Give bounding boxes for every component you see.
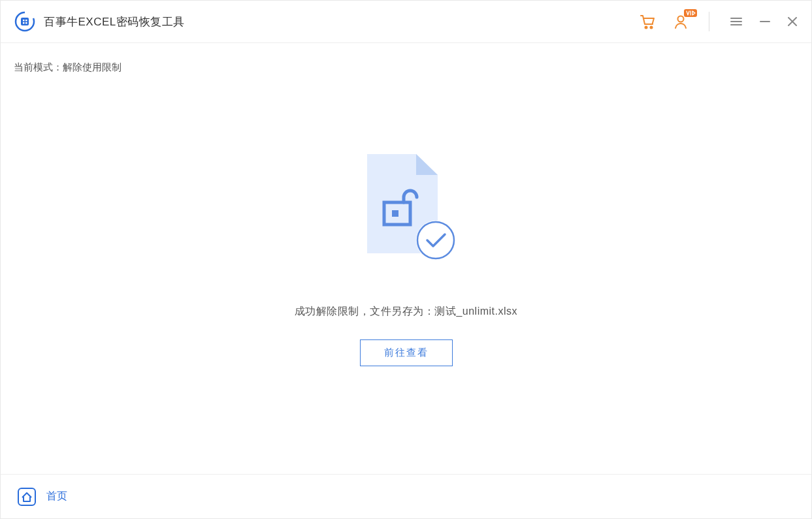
vip-badge-icon [684, 9, 697, 21]
svg-point-18 [416, 221, 455, 260]
title-bar: 百事牛EXCEL密码恢复工具 [1, 1, 811, 43]
minimize-button[interactable] [759, 16, 771, 27]
svg-rect-17 [392, 210, 398, 217]
app-title: 百事牛EXCEL密码恢复工具 [44, 14, 185, 29]
unlocked-document-icon [354, 149, 459, 266]
result-message: 成功解除限制，文件另存为：测试_unlimit.xlsx [295, 305, 517, 319]
main-content: 成功解除限制，文件另存为：测试_unlimit.xlsx 前往查看 [1, 74, 811, 366]
header-divider [709, 12, 709, 31]
home-link[interactable]: 首页 [46, 490, 67, 503]
svg-rect-5 [25, 22, 27, 24]
mode-value: 解除使用限制 [63, 61, 122, 72]
current-mode: 当前模式：解除使用限制 [1, 43, 811, 74]
app-logo-icon [14, 10, 36, 33]
home-icon[interactable] [16, 486, 37, 507]
svg-rect-3 [25, 20, 27, 22]
svg-rect-20 [18, 488, 35, 505]
svg-point-6 [645, 27, 647, 29]
menu-icon[interactable] [729, 14, 743, 29]
header-actions [638, 12, 798, 31]
result-filename: 测试_unlimit.xlsx [434, 306, 517, 317]
logo-area: 百事牛EXCEL密码恢复工具 [14, 10, 185, 33]
svg-rect-1 [21, 18, 29, 25]
svg-point-8 [678, 16, 684, 22]
cart-icon[interactable] [638, 12, 657, 31]
footer-bar: 首页 [1, 474, 811, 518]
user-icon[interactable] [672, 13, 689, 30]
mode-label: 当前模式： [14, 61, 63, 72]
view-file-button[interactable]: 前往查看 [360, 339, 453, 366]
result-prefix: 成功解除限制，文件另存为： [295, 306, 435, 317]
svg-rect-4 [23, 22, 25, 24]
close-button[interactable] [787, 16, 798, 27]
svg-rect-2 [23, 20, 25, 22]
svg-point-7 [651, 27, 653, 29]
